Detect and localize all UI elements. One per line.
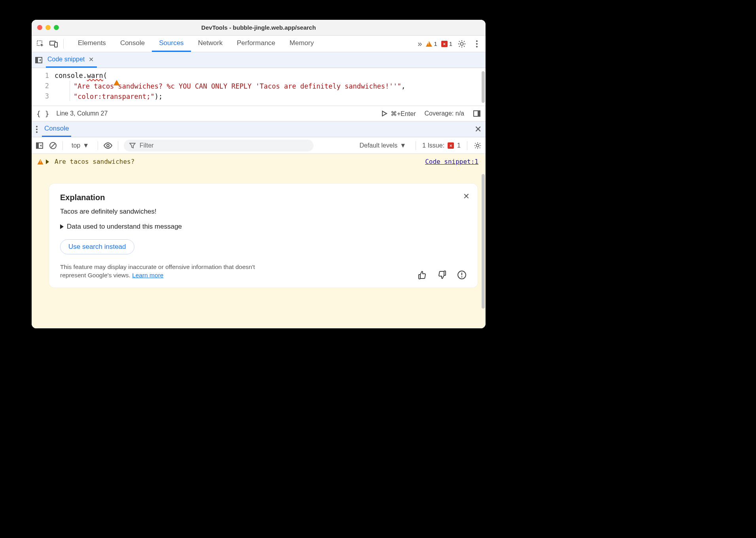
execution-context-select[interactable]: top ▼ — [68, 141, 92, 150]
titlebar: DevTools - bubble-jingle.web.app/search — [32, 20, 486, 36]
tab-memory[interactable]: Memory — [282, 36, 321, 52]
message-source-link[interactable]: Code snippet:1 — [425, 158, 478, 165]
drawer-more-icon[interactable] — [36, 125, 38, 133]
editor-tab-code-snippet[interactable]: Code snippet ✕ — [46, 52, 97, 68]
settings-icon[interactable] — [456, 38, 467, 49]
warning-message: Are tacos sandwiches? — [55, 158, 134, 165]
line-number: 1 — [32, 70, 49, 81]
warning-icon — [37, 159, 43, 164]
thumbs-down-button[interactable] — [437, 270, 447, 280]
filter-placeholder: Filter — [140, 142, 154, 149]
console-filter-input[interactable]: Filter — [124, 140, 314, 152]
clear-console-icon[interactable] — [49, 142, 57, 150]
divider — [416, 141, 416, 150]
main-tabstrip: Elements Console Sources Network Perform… — [32, 36, 486, 52]
console-warning-row[interactable]: Are tacos sandwiches? Code snippet:1 — [32, 154, 486, 168]
inspect-icon[interactable] — [35, 38, 46, 49]
log-levels-select[interactable]: Default levels ▼ — [356, 141, 409, 150]
tab-performance[interactable]: Performance — [230, 36, 282, 52]
thumbs-up-button[interactable] — [418, 270, 427, 280]
zoom-window-button[interactable] — [54, 25, 59, 30]
issues-button[interactable]: 1 Issue: × 1 — [422, 142, 461, 149]
explanation-footer: This feature may display inaccurate or o… — [60, 263, 467, 280]
use-search-instead-button[interactable]: Use search instead — [60, 239, 134, 254]
run-snippet-button[interactable]: ⌘+Enter — [381, 110, 416, 117]
code-line: console.warn( — [55, 70, 486, 81]
warnings-count: 1 — [434, 40, 437, 47]
explanation-body: Tacos are definitely sandwiches! — [60, 208, 467, 216]
drawer-tabstrip: Console ✕ — [32, 121, 486, 137]
errors-count: 1 — [449, 40, 452, 47]
window-controls — [32, 25, 59, 30]
data-used-disclosure[interactable]: Data used to understand this message — [60, 223, 467, 231]
data-used-label: Data used to understand this message — [67, 223, 182, 231]
minimize-window-button[interactable] — [45, 25, 51, 30]
inline-warning-icon[interactable] — [113, 71, 120, 81]
error-icon: × — [448, 142, 454, 149]
tab-sources[interactable]: Sources — [152, 36, 191, 52]
play-icon — [381, 110, 387, 117]
svg-rect-7 — [36, 57, 38, 63]
funnel-icon — [129, 143, 136, 148]
tab-network[interactable]: Network — [191, 36, 230, 52]
report-button[interactable] — [457, 270, 467, 280]
live-expression-icon[interactable] — [104, 142, 112, 149]
code-lines: console.warn( "Are tacos sandwiches? %c … — [55, 70, 486, 102]
editor-tab-row: Code snippet ✕ — [32, 52, 486, 68]
close-drawer-button[interactable]: ✕ — [474, 124, 482, 134]
issues-count: 1 — [457, 142, 461, 149]
line-number: 2 — [32, 81, 49, 91]
warnings-badge[interactable]: 1 — [426, 40, 437, 47]
expand-icon[interactable] — [46, 159, 49, 164]
svg-rect-2 — [55, 42, 57, 47]
tab-elements[interactable]: Elements — [71, 36, 113, 52]
explanation-card: ✕ Explanation Tacos are definitely sandw… — [49, 184, 478, 288]
context-label: top — [72, 142, 80, 149]
svg-rect-14 — [36, 143, 39, 148]
svg-point-10 — [36, 126, 38, 127]
indent-guide — [70, 81, 70, 101]
tab-console[interactable]: Console — [113, 36, 152, 52]
devtools-window: DevTools - bubble-jingle.web.app/search … — [32, 20, 486, 328]
code-editor[interactable]: 1 2 3 console.warn( "Are tacos sandwiche… — [32, 68, 486, 106]
tabstrip-right: » 1 × 1 — [418, 38, 482, 49]
warning-icon — [426, 41, 432, 47]
editor-status-bar: { } Line 3, Column 27 ⌘+Enter Coverage: … — [32, 106, 486, 121]
console-settings-icon[interactable] — [474, 142, 482, 150]
close-explanation-button[interactable]: ✕ — [463, 191, 470, 201]
scrollbar-thumb[interactable] — [482, 174, 485, 309]
error-icon: × — [441, 41, 448, 47]
svg-point-12 — [36, 131, 38, 133]
cursor-position: Line 3, Column 27 — [57, 110, 108, 117]
explanation-heading: Explanation — [60, 193, 467, 202]
divider — [63, 39, 64, 49]
svg-point-3 — [476, 40, 478, 42]
chevron-down-icon: ▼ — [83, 142, 89, 149]
issues-label: 1 Issue: — [422, 142, 444, 149]
console-output: Are tacos sandwiches? Code snippet:1 ✕ E… — [32, 154, 486, 328]
divider — [118, 141, 118, 150]
device-toolbar-icon[interactable] — [48, 38, 59, 49]
overflow-tabs-button[interactable]: » — [418, 39, 422, 48]
console-sidebar-toggle-icon[interactable] — [36, 142, 43, 150]
drawer-tab-console[interactable]: Console — [42, 121, 71, 137]
chevron-down-icon: ▼ — [400, 142, 406, 149]
panel-tabs: Elements Console Sources Network Perform… — [71, 36, 321, 52]
errors-badge[interactable]: × 1 — [441, 40, 452, 47]
svg-point-4 — [476, 43, 478, 45]
divider — [98, 141, 98, 150]
svg-point-17 — [107, 144, 109, 147]
run-shortcut: ⌘+Enter — [391, 110, 416, 117]
show-navigator-icon[interactable] — [35, 56, 43, 64]
window-title: DevTools - bubble-jingle.web.app/search — [32, 24, 486, 31]
close-window-button[interactable] — [37, 25, 42, 30]
scrollbar-thumb[interactable] — [482, 71, 485, 103]
levels-label: Default levels — [359, 142, 397, 149]
svg-rect-9 — [478, 111, 480, 116]
more-menu-icon[interactable] — [471, 38, 482, 49]
learn-more-link[interactable]: Learn more — [132, 272, 163, 278]
console-toolbar: top ▼ Filter Default levels ▼ 1 Issue: — [32, 137, 486, 154]
close-tab-button[interactable]: ✕ — [89, 56, 94, 63]
show-debugger-icon[interactable] — [473, 110, 481, 117]
pretty-print-icon[interactable]: { } — [36, 110, 49, 118]
